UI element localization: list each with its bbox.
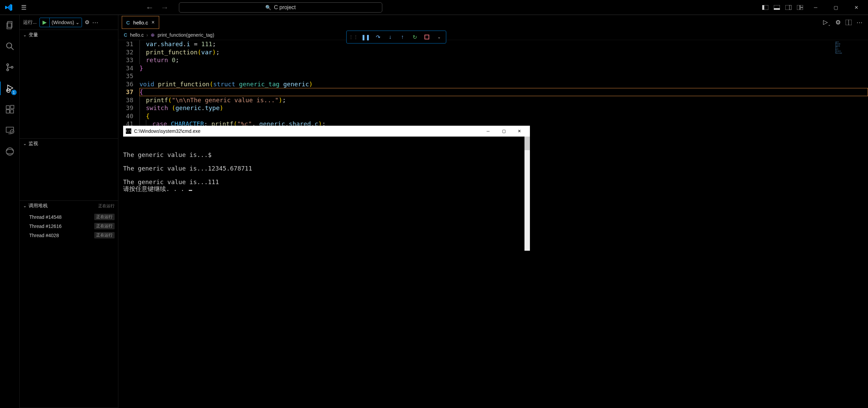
current-line-highlight [139,88,868,96]
toggle-panel-icon[interactable] [774,5,780,10]
breadcrumb[interactable]: C hello.c › ⊕ print_function(generic_tag… [118,30,868,40]
debug-badge: 1 [11,90,17,95]
start-debug-button[interactable]: ▶ [40,18,50,27]
maximize-button[interactable]: ▢ [828,5,844,10]
callstack-header[interactable]: ⌄调用堆栈正在运行 [20,201,118,211]
close-tab-icon[interactable]: × [151,19,154,25]
svg-point-13 [6,64,8,66]
code-line[interactable] [139,72,868,80]
cmd-titlebar[interactable]: C:\ C:\Windows\system32\cmd.exe ─ ▢ ✕ [123,126,530,137]
variables-header[interactable]: ⌄变量 [20,30,118,40]
search-icon: 🔍 [265,5,271,10]
thread-name: Thread #12616 [29,224,62,229]
title-bar: ☰ ← → 🔍 C project ─ ▢ ✕ [0,0,868,15]
watch-section: ⌄监视 [20,139,118,201]
chevron-down-icon: ⌄ [76,20,80,25]
run-file-icon[interactable]: ▷⌄ [823,18,831,26]
tab-label: hello.c [133,20,148,25]
svg-rect-5 [789,5,791,10]
cmd-title: C:\Windows\system32\cmd.exe [134,128,200,134]
more-actions-icon[interactable]: ⋯ [92,19,99,26]
svg-point-27 [6,148,14,155]
svg-point-14 [6,69,8,71]
pause-button[interactable]: ❚❚ [361,32,370,42]
debug-panel-header: 运行... ▶ (Windows)⌄ ⚙ ⋯ [20,15,118,30]
toggle-primary-sidebar-icon[interactable] [762,5,768,10]
run-debug-icon[interactable]: 1 [4,83,15,94]
tabs-bar: C hello.c × ▷⌄ ⚙ ⋯ [118,15,868,30]
debug-more-icon[interactable]: ⌄ [434,32,444,42]
watch-header[interactable]: ⌄监视 [20,139,118,149]
variables-section: ⌄变量 [20,30,118,139]
thread-name: Thread #4028 [29,233,59,238]
minimize-button[interactable]: ─ [808,5,823,10]
code-line[interactable]: void print_function(struct generic_tag g… [139,80,868,88]
cmd-icon: C:\ [126,128,131,134]
thread-row[interactable]: Thread #4028正在运行 [20,231,118,240]
cmd-output[interactable]: The generic value is...$ The generic val… [123,137,530,251]
function-icon: ⊕ [151,32,155,38]
svg-rect-4 [785,5,791,10]
svg-line-12 [11,47,14,50]
settings-gear-icon[interactable]: ⚙ [835,19,841,26]
config-gear-icon[interactable]: ⚙ [85,19,89,25]
svg-rect-23 [11,105,14,109]
toggle-secondary-sidebar-icon[interactable] [785,5,791,10]
chevron-down-icon: ⌄ [23,33,27,37]
edge-tools-icon[interactable] [4,146,15,157]
code-line[interactable]: printf("\n\nThe generic value is..."); [139,96,868,104]
app-menu-button[interactable]: ☰ [18,0,30,15]
command-center-search[interactable]: 🔍 C project [179,2,382,13]
thread-status: 正在运行 [94,214,115,220]
cmd-scroll-thumb[interactable] [524,137,530,150]
tab-hello-c[interactable]: C hello.c × [122,16,159,29]
svg-point-26 [10,130,14,134]
svg-rect-8 [800,8,803,10]
vscode-logo-icon [5,3,13,12]
svg-rect-21 [6,110,10,113]
svg-rect-3 [774,8,780,10]
debug-side-panel: 运行... ▶ (Windows)⌄ ⚙ ⋯ ⌄变量 ⌄监视 ⌄调用堆栈正在运行… [20,15,118,408]
thread-status: 正在运行 [94,223,115,229]
code-line[interactable]: switch (generic.type) [139,104,868,112]
thread-row[interactable]: Thread #14548正在运行 [20,212,118,221]
step-out-button[interactable]: ↑ [398,32,407,42]
explorer-icon[interactable] [4,20,15,31]
restart-button[interactable]: ↻ [410,32,419,42]
search-icon[interactable] [4,41,15,52]
cmd-cursor [189,190,192,191]
cmd-minimize-button[interactable]: ─ [480,126,496,137]
nav-forward-button[interactable]: → [161,3,169,12]
close-button[interactable]: ✕ [849,5,864,10]
cmd-scrollbar[interactable] [524,137,530,251]
customize-layout-icon[interactable] [797,5,803,10]
source-control-icon[interactable] [4,62,15,73]
stop-button[interactable] [422,32,432,42]
chevron-down-icon: ⌄ [23,141,27,146]
more-editor-actions-icon[interactable]: ⋯ [856,19,863,26]
breadcrumb-file: hello.c [130,32,144,38]
cmd-close-button[interactable]: ✕ [512,126,527,137]
nav-back-button[interactable]: ← [146,3,154,12]
activity-bar: 1 [0,15,20,408]
callstack-section: ⌄调用堆栈正在运行 Thread #14548正在运行Thread #12616… [20,201,118,408]
launch-config-select[interactable]: ▶ (Windows)⌄ [39,18,82,27]
search-text: C project [274,4,296,11]
extensions-icon[interactable] [4,104,15,115]
code-line[interactable]: var.shared.i = 111; [139,40,868,48]
breadcrumb-separator: › [147,32,148,38]
drag-handle-icon[interactable]: ⋮⋮ [349,32,358,42]
remote-explorer-icon[interactable] [4,125,15,136]
thread-name: Thread #14548 [29,214,62,220]
svg-rect-6 [797,5,800,10]
split-editor-icon[interactable] [846,20,852,25]
thread-row[interactable]: Thread #12616正在运行 [20,221,118,231]
code-line[interactable]: return 0; [139,56,868,64]
code-line[interactable]: } [139,64,868,72]
step-into-button[interactable]: ↓ [385,32,395,42]
cmd-maximize-button[interactable]: ▢ [496,126,512,137]
step-over-button[interactable]: ↷ [373,32,383,42]
minimap[interactable]: █ ███ ████ ████ ██ ████████████ ██████ █… [834,40,868,108]
code-line[interactable]: print_function(var); [139,48,868,56]
code-line[interactable]: { [139,112,868,120]
